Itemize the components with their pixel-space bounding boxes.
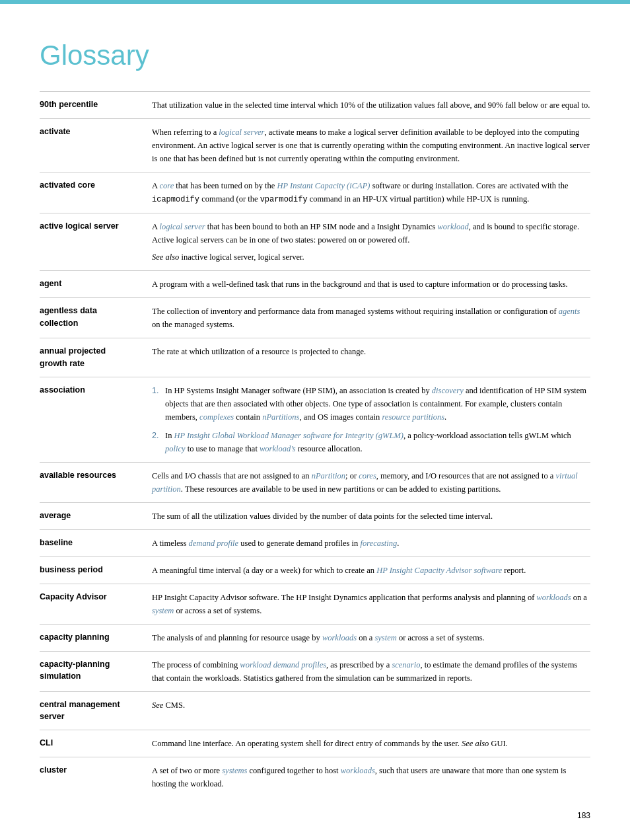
glossary-link[interactable]: forecasting xyxy=(360,539,397,548)
def-cell: The collection of inventory and performa… xyxy=(145,298,590,338)
definition-text: A logical server that has been bound to … xyxy=(152,220,590,247)
term-cell: capacity planning xyxy=(40,624,145,651)
def-cell: A logical server that has been bound to … xyxy=(145,213,590,271)
definition-text: Command line interface. An operating sys… xyxy=(152,737,590,750)
top-bar xyxy=(0,0,630,4)
def-cell: When referring to a logical server, acti… xyxy=(145,119,590,172)
term-cell: activated core xyxy=(40,172,145,213)
term-cell: available resources xyxy=(40,462,145,502)
definition-text: See also inactive logical server, logica… xyxy=(152,250,590,264)
glossary-row: agentless data collectionThe collection … xyxy=(40,298,590,338)
definition-text: The analysis of and planning for resourc… xyxy=(152,631,590,644)
glossary-row: 90th percentileThat utilization value in… xyxy=(40,92,590,119)
definition-text: The sum of all the utilization values di… xyxy=(152,510,590,523)
glossary-link[interactable]: workload xyxy=(437,222,468,231)
glossary-row: baselineA timeless demand profile used t… xyxy=(40,529,590,556)
def-cell: HP Insight Capacity Advisor software. Th… xyxy=(145,584,590,624)
glossary-link[interactable]: workload’s xyxy=(260,444,296,453)
glossary-row: agentA program with a well-defined task … xyxy=(40,271,590,298)
term-cell: active logical server xyxy=(40,213,145,271)
page-number: 183 xyxy=(577,811,590,820)
glossary-link[interactable]: resource partitions xyxy=(382,412,444,422)
definition-text: See CMS. xyxy=(152,699,590,712)
def-cell: Command line interface. An operating sys… xyxy=(145,730,590,757)
definition-text: A program with a well-defined task that … xyxy=(152,278,590,291)
def-cell: 1.In HP Systems Insight Manager software… xyxy=(145,377,590,462)
glossary-row: CLICommand line interface. An operating … xyxy=(40,730,590,757)
glossary-link[interactable]: complexes xyxy=(199,412,234,422)
definition-text: A core that has been turned on by the HP… xyxy=(152,179,590,206)
glossary-row: activated coreA core that has been turne… xyxy=(40,172,590,213)
glossary-row: capacity planningThe analysis of and pla… xyxy=(40,624,590,651)
definition-text: A set of two or more systems configured … xyxy=(152,764,590,790)
term-cell: central management server xyxy=(40,691,145,730)
term-cell: agentless data collection xyxy=(40,298,145,338)
glossary-row: averageThe sum of all the utilization va… xyxy=(40,502,590,529)
glossary-link[interactable]: policy xyxy=(165,444,186,453)
glossary-link[interactable]: agents xyxy=(559,307,580,316)
glossary-link[interactable]: nPartition xyxy=(312,471,345,480)
glossary-link[interactable]: workloads xyxy=(536,593,571,602)
term-cell: average xyxy=(40,502,145,529)
glossary-link[interactable]: scenario xyxy=(392,660,420,669)
definition-text: HP Insight Capacity Advisor software. Th… xyxy=(152,591,590,617)
glossary-link[interactable]: systems xyxy=(222,766,247,775)
glossary-link[interactable]: HP Insight Capacity Advisor software xyxy=(376,566,502,575)
glossary-link[interactable]: workload demand profiles xyxy=(240,660,326,669)
def-cell: A meaningful time interval (a day or a w… xyxy=(145,556,590,584)
glossary-row: active logical serverA logical server th… xyxy=(40,213,590,271)
glossary-row: capacity-planning simulationThe process … xyxy=(40,651,590,691)
def-cell: The rate at which utilization of a resou… xyxy=(145,338,590,377)
list-item: 1.In HP Systems Insight Manager software… xyxy=(152,384,590,424)
glossary-row: available resourcesCells and I/O chassis… xyxy=(40,462,590,502)
definition-text: The rate at which utilization of a resou… xyxy=(152,345,590,358)
term-cell: baseline xyxy=(40,529,145,556)
page-title: Glossary xyxy=(40,40,590,71)
glossary-link[interactable]: discovery xyxy=(432,386,464,395)
term-cell: business period xyxy=(40,556,145,584)
glossary-row: business periodA meaningful time interva… xyxy=(40,556,590,584)
term-cell: CLI xyxy=(40,730,145,757)
def-cell: The analysis of and planning for resourc… xyxy=(145,624,590,651)
glossary-link[interactable]: core xyxy=(159,181,174,190)
glossary-link[interactable]: logical server xyxy=(219,128,264,137)
glossary-link[interactable]: workloads xyxy=(341,766,375,775)
definition-text: That utilization value in the selected t… xyxy=(152,98,590,112)
def-cell: A core that has been turned on by the HP… xyxy=(145,172,590,213)
definition-text: Cells and I/O chassis that are not assig… xyxy=(152,469,590,496)
term-cell: annual projected growth rate xyxy=(40,338,145,377)
definition-text: A timeless demand profile used to genera… xyxy=(152,537,590,550)
definition-text: A meaningful time interval (a day or a w… xyxy=(152,564,590,577)
glossary-link[interactable]: cores xyxy=(359,471,376,480)
glossary-row: central management serverSee CMS. xyxy=(40,691,590,730)
term-cell: activate xyxy=(40,119,145,172)
def-cell: That utilization value in the selected t… xyxy=(145,92,590,119)
glossary-link[interactable]: nPartitions xyxy=(262,412,299,422)
term-cell: cluster xyxy=(40,757,145,798)
glossary-link[interactable]: system xyxy=(152,606,174,615)
glossary-row: clusterA set of two or more systems conf… xyxy=(40,757,590,798)
glossary-link[interactable]: demand profile xyxy=(189,539,239,548)
definition-text: The process of combining workload demand… xyxy=(152,658,590,685)
term-cell: 90th percentile xyxy=(40,92,145,119)
glossary-row: activateWhen referring to a logical serv… xyxy=(40,119,590,172)
glossary-row: association1.In HP Systems Insight Manag… xyxy=(40,377,590,462)
definition-text: When referring to a logical server, acti… xyxy=(152,126,590,165)
glossary-row: Capacity AdvisorHP Insight Capacity Advi… xyxy=(40,584,590,624)
term-cell: association xyxy=(40,377,145,462)
glossary-link[interactable]: HP Instant Capacity (iCAP) xyxy=(277,181,370,190)
list-item: 2.In HP Insight Global Workload Manager … xyxy=(152,429,590,455)
glossary-row: annual projected growth rateThe rate at … xyxy=(40,338,590,377)
def-cell: A timeless demand profile used to genera… xyxy=(145,529,590,556)
term-cell: Capacity Advisor xyxy=(40,584,145,624)
def-cell: See CMS. xyxy=(145,691,590,730)
glossary-link[interactable]: system xyxy=(374,633,396,642)
page: Glossary 90th percentileThat utilization… xyxy=(0,0,630,840)
glossary-link[interactable]: workloads xyxy=(322,633,357,642)
glossary-link[interactable]: HP Insight Global Workload Manager softw… xyxy=(174,431,403,440)
term-cell: capacity-planning simulation xyxy=(40,651,145,691)
def-cell: A set of two or more systems configured … xyxy=(145,757,590,798)
glossary-link[interactable]: logical server xyxy=(159,222,205,231)
def-cell: The process of combining workload demand… xyxy=(145,651,590,691)
definition-text: The collection of inventory and performa… xyxy=(152,305,590,331)
